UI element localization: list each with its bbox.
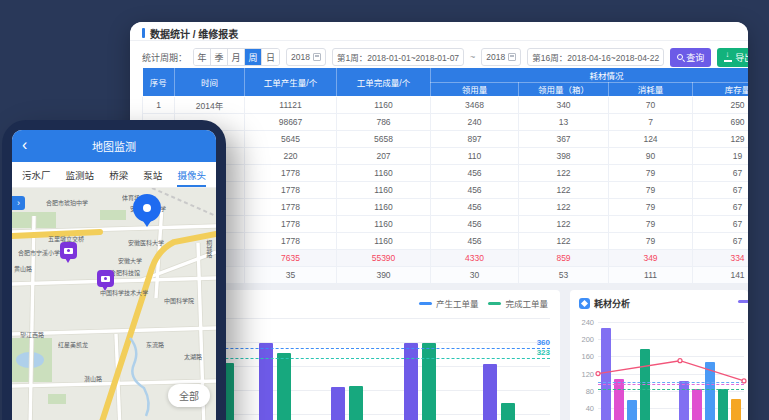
table-cell: 1160 <box>337 232 431 249</box>
table-cell: 786 <box>337 113 431 130</box>
start-year-value: 2018 <box>291 52 310 62</box>
period-option-3[interactable]: 月 <box>228 49 245 65</box>
period-segmented: 年季月周日 <box>193 48 280 66</box>
table-row: 177811604561227967 <box>143 198 749 215</box>
camera-icon <box>64 248 73 254</box>
table-cell: 456 <box>431 198 519 215</box>
all-filter-button[interactable]: 全部 <box>168 384 210 407</box>
table-cell: 13 <box>519 113 609 130</box>
bar-产生工单量 <box>259 343 273 420</box>
query-button-label: 查询 <box>686 51 704 64</box>
tab-泵站[interactable]: 泵站 <box>143 162 162 187</box>
start-year-select[interactable]: 2018 <box>286 48 326 66</box>
table-cell: 250 <box>693 96 749 113</box>
table-cell: 3468 <box>431 96 519 113</box>
table-row: 98667786240137690 <box>143 113 749 130</box>
table-cell: 2014年 <box>175 96 245 113</box>
bar-consumable <box>692 389 702 420</box>
table-cell: 122 <box>519 181 609 198</box>
table-cell: 67 <box>693 198 749 215</box>
breadcrumb-accent-bar <box>142 28 145 38</box>
tab-摄像头[interactable]: 摄像头 <box>177 162 206 187</box>
table-cell: 79 <box>609 232 693 249</box>
map-place-label: 合肥市宁溪小学 <box>18 248 60 257</box>
phone-tab-bar: 污水厂监测站桥梁泵站摄像头 <box>12 162 216 188</box>
table-header-cell: 序号 <box>143 68 175 96</box>
breadcrumb-text: 数据统计 / 维修报表 <box>150 26 238 41</box>
bar-完成工单量 <box>501 403 515 420</box>
map-place-label: 潜山路 <box>84 374 102 383</box>
map-place-label: 黄山路 <box>14 264 32 273</box>
end-year-select[interactable]: 2018 <box>481 48 521 66</box>
table-cell: 79 <box>609 164 693 181</box>
reference-line <box>598 384 744 385</box>
table-cell: 207 <box>337 147 431 164</box>
bar-consumable <box>601 328 611 420</box>
start-week-value: 第1周：2018-01-01~2018-01-07 <box>337 51 459 63</box>
map-place-label: 中国科学院 <box>164 296 194 305</box>
camera-pin[interactable] <box>60 242 77 259</box>
table-cell: 1778 <box>245 232 337 249</box>
map-canvas[interactable]: › 全部 合肥市琥珀中学体育场安徽农业大学五里墩立交桥安徽医科大学合肥市宁溪小学… <box>12 188 216 420</box>
table-subheader-cell: 领用量（箱） <box>519 82 609 96</box>
y-axis-tick: 80 <box>572 387 594 396</box>
tab-监测站[interactable]: 监测站 <box>66 162 95 187</box>
map-expand-button[interactable]: › <box>12 196 25 210</box>
table-cell: 5645 <box>245 130 337 147</box>
table-cell: 7635 <box>245 249 337 266</box>
table-row: 56455658897367124129 <box>143 130 749 147</box>
export-button-label: 导出Excel <box>735 51 748 64</box>
table-cell: 98667 <box>245 113 337 130</box>
table-cell: 5658 <box>337 130 431 147</box>
export-excel-button[interactable]: 导出Excel <box>717 48 748 67</box>
query-button[interactable]: 查询 <box>670 48 711 67</box>
reference-line-label: 323 <box>537 348 550 357</box>
selected-camera-pin[interactable] <box>133 194 161 222</box>
table-cell: 90 <box>609 147 693 164</box>
table-cell: 79 <box>609 198 693 215</box>
back-chevron-icon[interactable]: ‹ <box>22 135 27 155</box>
table-cell: 30 <box>431 266 519 283</box>
bar-产生工单量 <box>483 364 497 420</box>
consumables-chart-plot: 2402001601208040 <box>570 290 748 420</box>
y-axis-tick: 120 <box>572 370 594 379</box>
start-week-input[interactable]: 第1周：2018-01-01~2018-01-07 <box>332 48 464 66</box>
table-cell: 690 <box>693 113 749 130</box>
reference-line <box>598 389 744 390</box>
tab-桥梁[interactable]: 桥梁 <box>109 162 128 187</box>
table-cell: 79 <box>609 181 693 198</box>
calendar-icon <box>508 53 516 61</box>
camera-pin[interactable] <box>97 270 114 287</box>
table-cell: 55390 <box>337 249 431 266</box>
table-total-row: 合计7635553904330859349334 <box>143 249 749 266</box>
table-cell: 70 <box>609 96 693 113</box>
table-row: 12014年111211160346834070250 <box>143 96 749 113</box>
period-option-4[interactable]: 周 <box>245 49 262 65</box>
table-cell: 4330 <box>431 249 519 266</box>
period-option-1[interactable]: 年 <box>194 49 211 65</box>
table-cell: 67 <box>693 164 749 181</box>
period-option-2[interactable]: 季 <box>211 49 228 65</box>
map-place-label: 望江西路 <box>20 330 44 339</box>
table-cell: 1160 <box>337 198 431 215</box>
tab-污水厂[interactable]: 污水厂 <box>22 162 51 187</box>
table-subheader-cell: 领用量 <box>431 82 519 96</box>
bar-完成工单量 <box>422 343 436 420</box>
table-cell: 67 <box>693 181 749 198</box>
end-week-input[interactable]: 第16周：2018-04-16~2018-04-22 <box>527 48 664 66</box>
breadcrumb: 数据统计 / 维修报表 <box>142 26 238 40</box>
table-header-cell: 时间 <box>175 68 245 96</box>
table-subheader-cell: 消耗量 <box>609 82 693 96</box>
table-cell: 390 <box>337 266 431 283</box>
table-cell: 456 <box>431 232 519 249</box>
bar-consumable <box>705 362 715 420</box>
bar-产生工单量 <box>331 387 345 420</box>
period-option-5[interactable]: 日 <box>262 49 279 65</box>
report-table: 序号时间工单产生量/个工单完成量/个耗材情况领用量领用量（箱）消耗量库存量120… <box>142 68 748 284</box>
table-cell: 340 <box>519 96 609 113</box>
period-label: 统计周期： <box>142 51 187 64</box>
range-separator: ~ <box>470 52 475 62</box>
table-cell: 79 <box>609 215 693 232</box>
table-cell: 122 <box>519 164 609 181</box>
table-cell: 456 <box>431 164 519 181</box>
